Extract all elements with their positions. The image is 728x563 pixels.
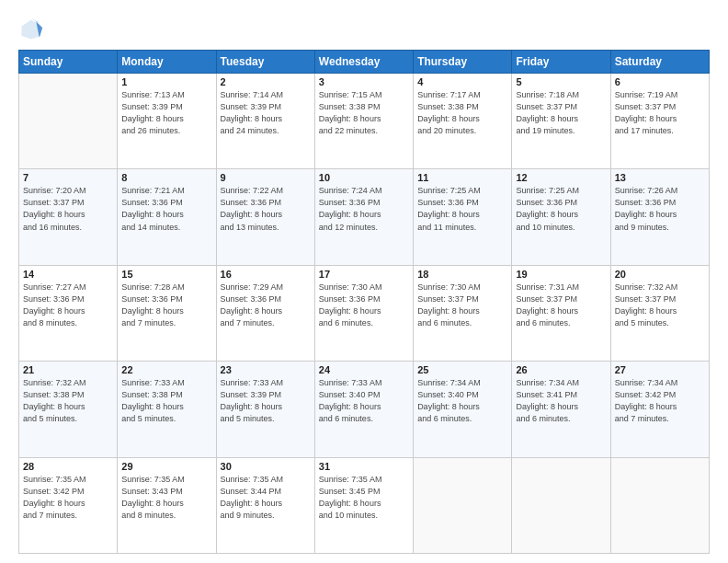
day-number: 25: [417, 364, 507, 375]
calendar-week-row: 14Sunrise: 7:27 AMSunset: 3:36 PMDayligh…: [19, 265, 710, 361]
page: SundayMondayTuesdayWednesdayThursdayFrid…: [0, 0, 728, 563]
day-info: Sunrise: 7:18 AMSunset: 3:37 PMDaylight:…: [516, 89, 606, 137]
calendar-cell: 27Sunrise: 7:34 AMSunset: 3:42 PMDayligh…: [610, 362, 709, 457]
day-info: Sunrise: 7:17 AMSunset: 3:38 PMDaylight:…: [417, 89, 507, 137]
day-info: Sunrise: 7:15 AMSunset: 3:38 PMDaylight:…: [319, 89, 409, 137]
day-number: 11: [417, 172, 507, 183]
day-number: 15: [121, 269, 211, 280]
day-number: 4: [417, 76, 507, 87]
day-info: Sunrise: 7:35 AMSunset: 3:45 PMDaylight:…: [319, 474, 409, 522]
weekday-header: Tuesday: [216, 51, 314, 74]
day-info: Sunrise: 7:35 AMSunset: 3:44 PMDaylight:…: [221, 474, 311, 522]
day-number: 9: [221, 172, 311, 183]
day-info: Sunrise: 7:33 AMSunset: 3:38 PMDaylight:…: [121, 377, 211, 425]
day-number: 12: [516, 172, 606, 183]
day-info: Sunrise: 7:33 AMSunset: 3:40 PMDaylight:…: [319, 377, 409, 425]
calendar-cell: 30Sunrise: 7:35 AMSunset: 3:44 PMDayligh…: [216, 457, 314, 553]
day-info: Sunrise: 7:34 AMSunset: 3:41 PMDaylight:…: [516, 377, 606, 425]
calendar-cell: 24Sunrise: 7:33 AMSunset: 3:40 PMDayligh…: [314, 362, 413, 457]
calendar-cell: [19, 74, 118, 169]
logo-icon: [18, 17, 44, 42]
day-number: 14: [23, 269, 113, 280]
calendar-cell: 1Sunrise: 7:13 AMSunset: 3:39 PMDaylight…: [118, 74, 216, 169]
day-number: 28: [23, 461, 113, 472]
calendar-cell: 13Sunrise: 7:26 AMSunset: 3:36 PMDayligh…: [610, 169, 709, 265]
calendar-cell: 10Sunrise: 7:24 AMSunset: 3:36 PMDayligh…: [314, 169, 413, 265]
calendar-cell: 28Sunrise: 7:35 AMSunset: 3:42 PMDayligh…: [19, 457, 118, 553]
day-number: 29: [121, 461, 211, 472]
day-info: Sunrise: 7:29 AMSunset: 3:36 PMDaylight:…: [221, 282, 311, 329]
calendar-cell: 7Sunrise: 7:20 AMSunset: 3:37 PMDaylight…: [19, 169, 118, 265]
day-number: 13: [615, 172, 705, 183]
weekday-header: Monday: [118, 51, 216, 74]
calendar-cell: 20Sunrise: 7:32 AMSunset: 3:37 PMDayligh…: [610, 265, 709, 361]
calendar-week-row: 21Sunrise: 7:32 AMSunset: 3:38 PMDayligh…: [19, 362, 710, 457]
day-info: Sunrise: 7:34 AMSunset: 3:40 PMDaylight:…: [417, 377, 507, 425]
calendar-week-row: 1Sunrise: 7:13 AMSunset: 3:39 PMDaylight…: [19, 74, 710, 169]
weekday-header: Wednesday: [314, 51, 413, 74]
day-info: Sunrise: 7:21 AMSunset: 3:36 PMDaylight:…: [121, 185, 211, 233]
day-number: 21: [23, 364, 113, 375]
day-number: 7: [23, 172, 113, 183]
calendar-cell: 22Sunrise: 7:33 AMSunset: 3:38 PMDayligh…: [118, 362, 216, 457]
calendar-cell: 8Sunrise: 7:21 AMSunset: 3:36 PMDaylight…: [118, 169, 216, 265]
day-info: Sunrise: 7:14 AMSunset: 3:39 PMDaylight:…: [221, 89, 311, 137]
calendar-cell: 17Sunrise: 7:30 AMSunset: 3:36 PMDayligh…: [314, 265, 413, 361]
calendar-cell: 16Sunrise: 7:29 AMSunset: 3:36 PMDayligh…: [216, 265, 314, 361]
calendar-cell: [512, 457, 610, 553]
day-number: 22: [121, 364, 211, 375]
logo: [18, 17, 48, 42]
day-number: 2: [221, 76, 311, 87]
calendar-cell: [414, 457, 512, 553]
day-number: 30: [221, 461, 311, 472]
calendar-cell: 12Sunrise: 7:25 AMSunset: 3:36 PMDayligh…: [512, 169, 610, 265]
day-number: 23: [221, 364, 311, 375]
day-info: Sunrise: 7:22 AMSunset: 3:36 PMDaylight:…: [221, 185, 311, 233]
day-info: Sunrise: 7:32 AMSunset: 3:38 PMDaylight:…: [23, 377, 113, 425]
calendar-cell: 9Sunrise: 7:22 AMSunset: 3:36 PMDaylight…: [216, 169, 314, 265]
day-info: Sunrise: 7:25 AMSunset: 3:36 PMDaylight:…: [516, 185, 606, 233]
calendar-cell: 23Sunrise: 7:33 AMSunset: 3:39 PMDayligh…: [216, 362, 314, 457]
day-info: Sunrise: 7:20 AMSunset: 3:37 PMDaylight:…: [23, 185, 113, 233]
day-info: Sunrise: 7:27 AMSunset: 3:36 PMDaylight:…: [23, 282, 113, 329]
day-info: Sunrise: 7:31 AMSunset: 3:37 PMDaylight:…: [516, 282, 606, 329]
day-number: 18: [417, 269, 507, 280]
day-info: Sunrise: 7:32 AMSunset: 3:37 PMDaylight:…: [615, 282, 705, 329]
calendar-cell: 21Sunrise: 7:32 AMSunset: 3:38 PMDayligh…: [19, 362, 118, 457]
day-number: 20: [615, 269, 705, 280]
day-number: 16: [221, 269, 311, 280]
calendar-cell: 3Sunrise: 7:15 AMSunset: 3:38 PMDaylight…: [314, 74, 413, 169]
calendar-week-row: 28Sunrise: 7:35 AMSunset: 3:42 PMDayligh…: [19, 457, 710, 553]
day-number: 5: [516, 76, 606, 87]
day-info: Sunrise: 7:24 AMSunset: 3:36 PMDaylight:…: [319, 185, 409, 233]
day-info: Sunrise: 7:13 AMSunset: 3:39 PMDaylight:…: [121, 89, 211, 137]
day-number: 6: [615, 76, 705, 87]
day-info: Sunrise: 7:30 AMSunset: 3:36 PMDaylight:…: [319, 282, 409, 329]
weekday-header: Thursday: [414, 51, 512, 74]
weekday-header: Friday: [512, 51, 610, 74]
calendar-cell: [610, 457, 709, 553]
weekday-header: Sunday: [19, 51, 118, 74]
day-number: 24: [319, 364, 409, 375]
calendar-header-row: SundayMondayTuesdayWednesdayThursdayFrid…: [19, 51, 710, 74]
day-number: 26: [516, 364, 606, 375]
day-number: 31: [319, 461, 409, 472]
day-number: 3: [319, 76, 409, 87]
calendar-cell: 18Sunrise: 7:30 AMSunset: 3:37 PMDayligh…: [414, 265, 512, 361]
day-number: 17: [319, 269, 409, 280]
day-info: Sunrise: 7:25 AMSunset: 3:36 PMDaylight:…: [417, 185, 507, 233]
day-number: 27: [615, 364, 705, 375]
calendar-cell: 31Sunrise: 7:35 AMSunset: 3:45 PMDayligh…: [314, 457, 413, 553]
calendar-cell: 26Sunrise: 7:34 AMSunset: 3:41 PMDayligh…: [512, 362, 610, 457]
day-number: 1: [121, 76, 211, 87]
day-number: 10: [319, 172, 409, 183]
day-info: Sunrise: 7:33 AMSunset: 3:39 PMDaylight:…: [221, 377, 311, 425]
day-info: Sunrise: 7:19 AMSunset: 3:37 PMDaylight:…: [615, 89, 705, 137]
calendar-cell: 25Sunrise: 7:34 AMSunset: 3:40 PMDayligh…: [414, 362, 512, 457]
day-info: Sunrise: 7:34 AMSunset: 3:42 PMDaylight:…: [615, 377, 705, 425]
day-info: Sunrise: 7:35 AMSunset: 3:42 PMDaylight:…: [23, 474, 113, 522]
day-info: Sunrise: 7:35 AMSunset: 3:43 PMDaylight:…: [121, 474, 211, 522]
calendar-cell: 29Sunrise: 7:35 AMSunset: 3:43 PMDayligh…: [118, 457, 216, 553]
calendar-cell: 11Sunrise: 7:25 AMSunset: 3:36 PMDayligh…: [414, 169, 512, 265]
calendar-cell: 2Sunrise: 7:14 AMSunset: 3:39 PMDaylight…: [216, 74, 314, 169]
